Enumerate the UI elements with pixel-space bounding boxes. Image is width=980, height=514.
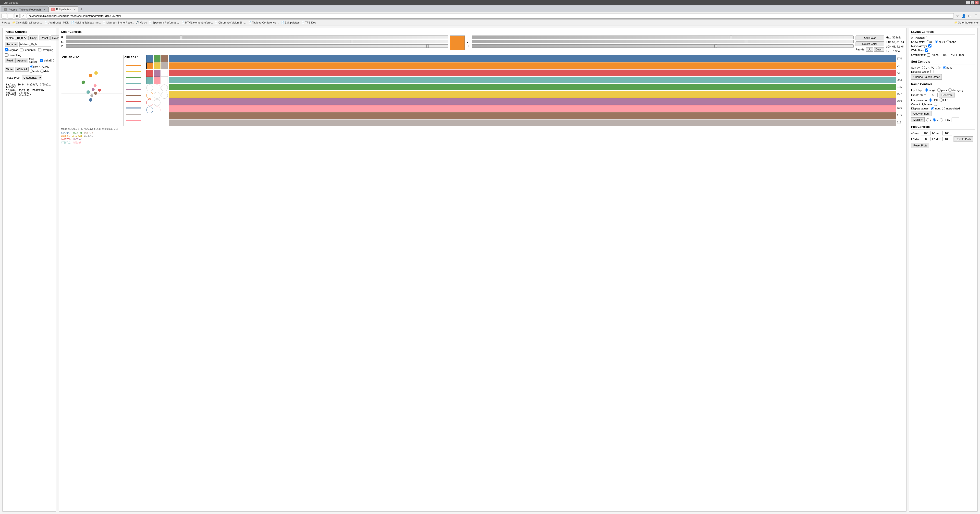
swatch-f28e2b[interactable] (146, 62, 153, 69)
dot-e15759[interactable] (98, 89, 101, 92)
dot-76b7b2[interactable] (86, 90, 90, 94)
tab-people[interactable]: P People | Tableau Research ✕ (1, 6, 49, 12)
all-palettes-checkbox[interactable] (926, 36, 929, 39)
sort-none-radio[interactable] (943, 66, 946, 69)
regular-checkbox[interactable] (5, 48, 8, 51)
sequential-checkbox[interactable] (20, 48, 23, 51)
c-slider[interactable] (472, 40, 854, 43)
marks-arrays-checkbox[interactable] (928, 44, 931, 48)
up-button[interactable]: Up (866, 47, 873, 52)
interpolated-radio[interactable] (942, 107, 945, 110)
v-slider[interactable] (66, 44, 448, 48)
bookmark-music[interactable]: 🎵 Music (136, 21, 147, 24)
pairs-radio[interactable] (937, 89, 940, 92)
address-bar[interactable] (27, 13, 954, 19)
add-color-button[interactable]: Add Color (856, 35, 884, 40)
a-max-input[interactable] (921, 131, 931, 135)
home-button[interactable]: ⌂ (21, 13, 26, 19)
lab-radio[interactable] (940, 98, 943, 102)
reverse-order-checkbox[interactable] (930, 70, 934, 73)
palette-dropdown[interactable]: tableau_10_0 (5, 35, 27, 40)
rename-input[interactable] (19, 42, 51, 47)
h-slider[interactable] (66, 35, 448, 39)
by-input[interactable] (951, 117, 959, 122)
copy-to-input-button[interactable]: Copy to Input (911, 111, 931, 116)
de-radio[interactable] (927, 40, 930, 43)
bookmark-tfs[interactable]: 📄 TFS-Dev (302, 21, 316, 24)
none-radio-stats[interactable] (947, 40, 950, 43)
bookmark-tableau-conf[interactable]: 📄 Tableau Conference ... (248, 21, 279, 24)
star-button[interactable]: ☆ (955, 13, 960, 19)
maximize-button[interactable]: □ (971, 1, 974, 5)
write-button[interactable]: Write (5, 67, 14, 72)
input-radio[interactable] (931, 107, 934, 110)
sort-l-radio[interactable] (922, 66, 925, 69)
tab-close-edit[interactable]: ✕ (73, 8, 76, 11)
menu-button[interactable]: ☰ (973, 13, 978, 19)
bookmark-maureen[interactable]: 📄 Maureen Stone Rese... (103, 21, 134, 24)
palette-textarea[interactable]: tableau_10_0 #4e79a7, #f28e2b, #e15759, … (5, 82, 54, 131)
steps-input[interactable] (928, 93, 938, 97)
new-tab-button[interactable]: + (78, 6, 84, 12)
s-slider[interactable] (66, 40, 448, 43)
dot-bab0ac[interactable] (91, 94, 93, 97)
swatch-edc948[interactable] (154, 62, 161, 69)
dot-4e79a7[interactable] (89, 98, 92, 102)
sort-h-radio[interactable] (935, 66, 939, 69)
sort-c-radio[interactable] (929, 66, 932, 69)
swatch-bab0ac[interactable] (161, 62, 168, 69)
copy-button[interactable]: Copy (29, 35, 38, 40)
diverging-radio[interactable] (948, 89, 951, 92)
refresh-button[interactable]: ↻ (14, 13, 20, 19)
dot-edc948[interactable] (94, 71, 98, 75)
de94-radio[interactable] (935, 40, 938, 43)
user-button[interactable]: 👤 (961, 13, 966, 19)
dot-9c755f[interactable] (94, 92, 97, 95)
bookmark-javascript[interactable]: 📄 JavaScript | MDN (45, 21, 69, 24)
palette-type-dropdown[interactable]: Categorical (22, 75, 42, 80)
reset-button[interactable]: Reset (39, 35, 50, 40)
dot-f28e2b[interactable] (89, 74, 92, 77)
minimize-button[interactable]: − (966, 1, 970, 5)
mult-h-radio[interactable] (940, 118, 943, 121)
diverging-checkbox[interactable] (38, 48, 41, 51)
bookmark-helping[interactable]: 📄 Helping Tableau Inn... (71, 21, 101, 24)
data-radio[interactable] (40, 70, 44, 73)
bookmark-apps[interactable]: ⊞ Apps (2, 21, 10, 24)
dot-b07aa1[interactable] (92, 88, 95, 91)
l-min-input[interactable] (921, 137, 931, 141)
l-max-input[interactable] (942, 137, 952, 141)
generate-button[interactable]: Generate (939, 92, 955, 97)
tab-close-people[interactable]: ✕ (43, 8, 46, 11)
swatch-empty-2[interactable] (161, 77, 168, 84)
xml-radio[interactable] (40, 65, 43, 68)
skip-similar-checkbox[interactable] (40, 59, 43, 62)
b-max-input[interactable] (942, 131, 952, 135)
lch-radio[interactable] (929, 98, 932, 102)
swatch-ff9da7[interactable] (154, 77, 161, 84)
bookmark-spectrum[interactable]: 📄 Spectrum Performan... (149, 21, 180, 24)
mult-c-radio[interactable] (933, 118, 936, 121)
swatch-9c755f[interactable] (161, 55, 168, 62)
dot-ff9da7[interactable] (94, 84, 97, 87)
mult-l-radio[interactable] (926, 118, 929, 121)
close-button[interactable]: ✕ (975, 1, 978, 5)
swatch-empty-1[interactable] (161, 70, 168, 77)
code-radio[interactable] (30, 70, 33, 73)
extension-button[interactable]: ⬡ (967, 13, 972, 19)
overlay-text-checkbox[interactable] (927, 53, 930, 57)
swatch-e15759[interactable] (146, 70, 153, 77)
read-button[interactable]: Read (5, 58, 14, 63)
multiply-button[interactable]: Multiply (911, 117, 924, 122)
forward-button[interactable]: → (8, 13, 13, 19)
reset-plots-button[interactable]: Reset Plots (911, 143, 929, 148)
rename-button[interactable]: Rename (5, 42, 18, 47)
bookmark-chromatic[interactable]: 📄 Chromatic Vision Sim... (215, 21, 246, 24)
swatch-59a14f[interactable] (154, 55, 161, 62)
update-plots-button[interactable]: Update Plots (953, 136, 974, 142)
formatting-checkbox[interactable] (5, 53, 8, 57)
l-slider[interactable] (472, 35, 854, 39)
back-button[interactable]: ← (2, 13, 7, 19)
bookmark-html[interactable]: 📄 HTML element refere... (181, 21, 213, 24)
append-button[interactable]: Append (16, 58, 28, 63)
